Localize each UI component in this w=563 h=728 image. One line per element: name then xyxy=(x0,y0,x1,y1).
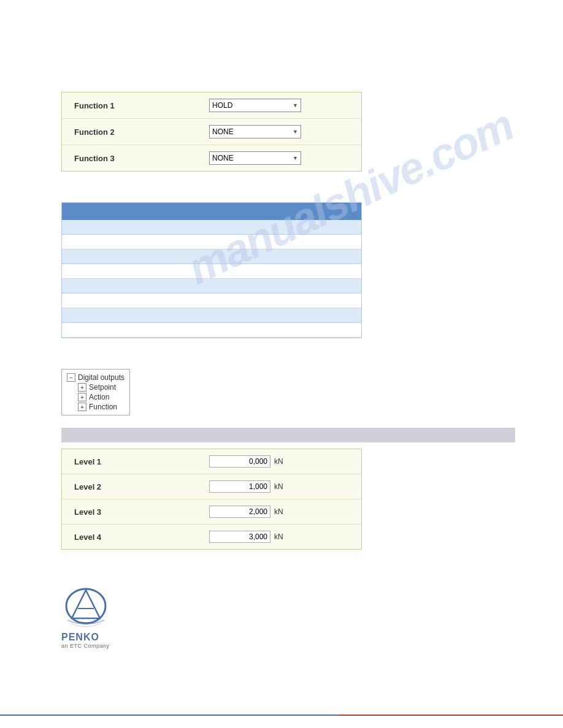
level2-unit: kN xyxy=(274,482,283,491)
tree-action-expand-icon[interactable]: + xyxy=(78,393,86,401)
function1-row: Function 1 HOLD NONE PEAK VALLEY xyxy=(62,93,361,119)
function3-label: Function 3 xyxy=(74,154,209,163)
function1-control: HOLD NONE PEAK VALLEY xyxy=(209,99,349,112)
blue-table-row-2 xyxy=(62,235,361,249)
level3-control: kN xyxy=(209,506,283,518)
blue-table-row-5 xyxy=(62,279,361,294)
function2-select[interactable]: NONE HOLD PEAK VALLEY xyxy=(209,125,301,138)
levels-table: Level 1 kN Level 2 kN Level 3 kN Level 4 xyxy=(61,449,362,550)
tree-function-label: Function xyxy=(89,403,117,411)
tree-container: − Digital outputs + Setpoint + Action + … xyxy=(61,369,130,415)
penko-logo-svg xyxy=(61,586,110,628)
tree-section: − Digital outputs + Setpoint + Action + … xyxy=(61,369,514,415)
penko-logo-graphic xyxy=(61,586,110,629)
function2-label: Function 2 xyxy=(74,127,209,137)
blue-table-header xyxy=(62,203,361,220)
tree-root-label: Digital outputs xyxy=(78,373,124,382)
blue-table-row-1 xyxy=(62,220,361,235)
logo-text: PENKO an ETC Company xyxy=(61,632,110,649)
blue-table-row-4 xyxy=(62,264,361,279)
function2-row: Function 2 NONE HOLD PEAK VALLEY xyxy=(62,119,361,145)
level1-control: kN xyxy=(209,455,283,468)
level4-control: kN xyxy=(209,531,283,543)
tree-function-item[interactable]: + Function xyxy=(78,403,124,411)
blue-table-row-6 xyxy=(62,294,361,308)
function1-label: Function 1 xyxy=(74,101,209,110)
blue-striped-table xyxy=(61,202,362,338)
tree-setpoint-expand-icon[interactable]: + xyxy=(78,383,86,392)
tree-action-label: Action xyxy=(89,393,109,401)
level4-input[interactable] xyxy=(209,531,270,543)
level2-row: Level 2 kN xyxy=(62,474,361,499)
section-header-bar xyxy=(61,428,515,442)
level1-row: Level 1 kN xyxy=(62,449,361,474)
blue-table-row-7 xyxy=(62,308,361,323)
level3-input[interactable] xyxy=(209,506,270,518)
level3-row: Level 3 kN xyxy=(62,499,361,525)
functions-table: Function 1 HOLD NONE PEAK VALLEY Functio… xyxy=(61,92,362,172)
level1-input[interactable] xyxy=(209,455,270,468)
tree-setpoint-item[interactable]: + Setpoint xyxy=(78,383,124,392)
tree-root-collapse-icon[interactable]: − xyxy=(67,373,75,382)
level4-unit: kN xyxy=(274,533,283,541)
function3-select-wrapper[interactable]: NONE HOLD PEAK VALLEY xyxy=(209,151,301,165)
function1-select-wrapper[interactable]: HOLD NONE PEAK VALLEY xyxy=(209,99,301,112)
bottom-border-line xyxy=(0,715,563,716)
penko-subtitle: an ETC Company xyxy=(61,643,110,649)
blue-table-row-8 xyxy=(62,323,361,338)
level3-unit: kN xyxy=(274,507,283,516)
tree-setpoint-label: Setpoint xyxy=(89,383,116,392)
function2-select-wrapper[interactable]: NONE HOLD PEAK VALLEY xyxy=(209,125,301,138)
level3-label: Level 3 xyxy=(74,507,209,517)
level1-unit: kN xyxy=(274,457,283,466)
level2-control: kN xyxy=(209,480,283,493)
level2-label: Level 2 xyxy=(74,482,209,491)
function2-control: NONE HOLD PEAK VALLEY xyxy=(209,125,349,138)
function3-select[interactable]: NONE HOLD PEAK VALLEY xyxy=(209,151,301,165)
svg-marker-1 xyxy=(72,590,100,618)
level4-label: Level 4 xyxy=(74,533,209,542)
function1-select[interactable]: HOLD NONE PEAK VALLEY xyxy=(209,99,301,112)
logo-section: PENKO an ETC Company xyxy=(61,586,514,649)
tree-action-item[interactable]: + Action xyxy=(78,393,124,401)
function3-row: Function 3 NONE HOLD PEAK VALLEY xyxy=(62,145,361,171)
tree-children: + Setpoint + Action + Function xyxy=(78,383,124,411)
tree-function-expand-icon[interactable]: + xyxy=(78,403,86,411)
level4-row: Level 4 kN xyxy=(62,525,361,549)
blue-table-row-3 xyxy=(62,249,361,264)
level2-input[interactable] xyxy=(209,480,270,493)
penko-name: PENKO xyxy=(61,632,110,643)
level1-label: Level 1 xyxy=(74,457,209,466)
function3-control: NONE HOLD PEAK VALLEY xyxy=(209,151,349,165)
tree-root-item[interactable]: − Digital outputs xyxy=(67,373,124,382)
